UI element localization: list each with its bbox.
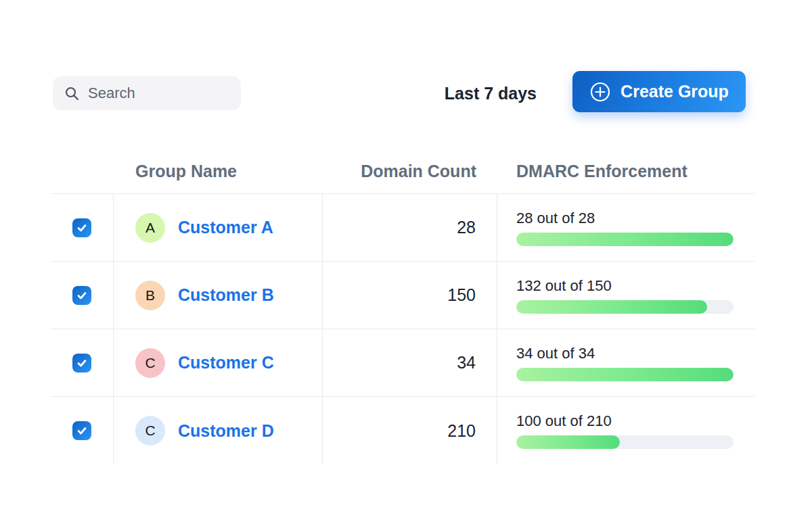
domain-count-cell: 34	[323, 329, 497, 396]
row-checkbox[interactable]	[72, 286, 91, 305]
row-checkbox[interactable]	[72, 354, 91, 373]
table-row: A Customer A 28 28 out of 28	[51, 194, 754, 262]
domain-count-cell: 210	[323, 397, 497, 464]
avatar: C	[135, 416, 165, 446]
progress-fill	[516, 368, 734, 381]
progress-track	[516, 368, 734, 381]
customer-link[interactable]: Customer C	[178, 353, 274, 373]
table-header-row: Group Name Domain Count DMARC Enforcemen…	[51, 149, 754, 194]
dmarc-cell: 34 out of 34	[497, 329, 754, 396]
avatar: B	[135, 281, 165, 310]
customer-link[interactable]: Customer B	[178, 285, 274, 305]
enforcement-label: 132 out of 150	[516, 277, 734, 295]
check-icon	[76, 358, 87, 368]
progress-fill	[516, 300, 707, 314]
progress-fill	[516, 233, 734, 246]
plus-circle-icon	[589, 81, 611, 103]
avatar: C	[135, 348, 165, 378]
customer-link[interactable]: Customer A	[178, 218, 273, 237]
row-checkbox-cell	[51, 262, 114, 329]
domain-count-cell: 28	[323, 194, 497, 261]
dmarc-cell: 100 out of 210	[497, 397, 754, 464]
group-name-cell: A Customer A	[114, 194, 323, 261]
dmarc-cell: 132 out of 150	[497, 262, 754, 329]
date-range-filter[interactable]: Last 7 days	[445, 76, 537, 110]
row-checkbox-cell	[51, 329, 114, 396]
header-checkbox-col	[51, 149, 114, 193]
search-input[interactable]: Search	[53, 76, 241, 110]
create-group-label: Create Group	[621, 82, 729, 101]
progress-fill	[516, 435, 620, 449]
row-checkbox-cell	[51, 194, 114, 261]
check-icon	[76, 222, 87, 233]
create-group-button[interactable]: Create Group	[572, 71, 746, 112]
group-name-cell: C Customer D	[114, 397, 323, 464]
check-icon	[76, 290, 87, 301]
progress-track	[516, 233, 734, 246]
enforcement-label: 100 out of 210	[516, 412, 734, 430]
group-name-cell: B Customer B	[114, 262, 323, 329]
row-checkbox-cell	[51, 397, 114, 464]
dmarc-cell: 28 out of 28	[497, 194, 754, 261]
enforcement-label: 34 out of 34	[516, 345, 734, 362]
avatar: A	[135, 213, 165, 243]
check-icon	[76, 425, 87, 436]
domain-count-cell: 150	[323, 262, 497, 329]
header-domain-count: Domain Count	[323, 149, 497, 193]
enforcement-label: 28 out of 28	[516, 210, 734, 227]
search-placeholder: Search	[88, 85, 135, 102]
group-name-cell: C Customer C	[114, 329, 323, 396]
table-row: C Customer C 34 34 out of 34	[51, 329, 754, 397]
table-row: B Customer B 150 132 out of 150	[51, 262, 754, 329]
progress-track	[516, 300, 734, 314]
header-group-name: Group Name	[114, 149, 323, 193]
table-row: C Customer D 210 100 out of 210	[51, 397, 754, 464]
progress-track	[516, 435, 734, 449]
groups-table: Group Name Domain Count DMARC Enforcemen…	[51, 149, 754, 464]
search-icon	[64, 85, 80, 101]
dashboard-card: Search Last 7 days Create Group Group Na…	[0, 0, 812, 526]
header-dmarc-enforcement: DMARC Enforcement	[497, 149, 754, 193]
row-checkbox[interactable]	[72, 421, 91, 440]
customer-link[interactable]: Customer D	[178, 421, 274, 441]
row-checkbox[interactable]	[72, 218, 91, 237]
